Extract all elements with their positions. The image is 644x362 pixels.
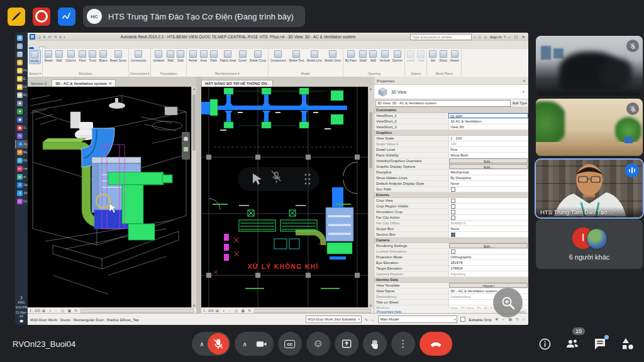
property-row[interactable]: Graphics bbox=[374, 130, 528, 136]
ribbon-button[interactable]: Wall bbox=[55, 50, 64, 63]
taskbar-item[interactable]: ⌕ bbox=[15, 42, 28, 50]
window-controls[interactable]: – ▢ ✕ bbox=[508, 35, 526, 40]
screen-share-stage[interactable]: ⊞ ⌕ ❐ ◍ ▤ F4.. ▤ E.. ▤ bbox=[15, 33, 528, 325]
property-row[interactable]: Visibility/Graphics Overrides Edit... bbox=[374, 158, 528, 164]
ribbon-button[interactable]: Model Line bbox=[306, 50, 323, 63]
raise-hand-button[interactable] bbox=[363, 332, 387, 356]
mic-options-chevron[interactable]: ∧ bbox=[197, 341, 206, 348]
help-search-input[interactable] bbox=[410, 34, 472, 40]
viewport-divider[interactable] bbox=[196, 77, 201, 313]
view-tab[interactable]: MẶT BẰNG BỐ TRÍ HỆ THỐNG ÔN.. bbox=[201, 80, 273, 87]
view-control-icons[interactable]: ▤ ◑ ☼ ◫ ▦ ↻ bbox=[42, 309, 79, 312]
selection-filter-icons[interactable]: ✚ ✓ ▦ ↻ ⌕ bbox=[495, 317, 526, 322]
sign-in-button[interactable]: Sign In bbox=[490, 35, 502, 39]
property-row[interactable]: Show Hidden Lines By Discipline bbox=[374, 175, 528, 181]
taskbar-item[interactable]: ◆ bbox=[15, 116, 28, 124]
taskbar-item[interactable]: ⊞ bbox=[15, 34, 28, 42]
property-row[interactable]: Camera bbox=[374, 238, 528, 243]
scrollbar-3d-view[interactable]: ▲▼ bbox=[191, 87, 196, 307]
taskbar-item[interactable]: a ar.. bbox=[15, 173, 28, 181]
property-row[interactable]: Scope Box None bbox=[374, 226, 528, 232]
taskbar-item[interactable]: G Gh.. bbox=[15, 156, 28, 165]
infocenter-icons[interactable]: ⌕ ✩ ☺ bbox=[474, 35, 488, 40]
close-view-icon[interactable]: ✕ bbox=[109, 81, 112, 85]
workset-icons[interactable]: ✎ ⌂ bbox=[365, 317, 375, 322]
ribbon-button[interactable]: Connection bbox=[130, 50, 147, 63]
ribbon-button[interactable]: Grid bbox=[416, 50, 425, 63]
ribbon-button[interactable]: Vertical bbox=[379, 50, 390, 63]
reactions-button[interactable]: ☺ bbox=[306, 332, 330, 356]
help-icon[interactable]: ? bbox=[504, 35, 506, 39]
property-row[interactable]: Rendering Settings Edit... bbox=[374, 243, 528, 249]
camera-on-button[interactable] bbox=[251, 333, 272, 354]
taskbar-item[interactable]: ▤ F4.. bbox=[15, 83, 28, 91]
property-row[interactable]: Target Elevation 178804 bbox=[374, 266, 528, 272]
info-button[interactable] bbox=[537, 336, 552, 351]
property-row[interactable]: ViewShort_3 View 3D bbox=[374, 124, 528, 130]
property-row[interactable]: Detail Level Fine bbox=[374, 147, 528, 153]
chat-button[interactable] bbox=[592, 336, 608, 351]
close-icon[interactable]: ✕ bbox=[523, 79, 526, 83]
taskbar-item[interactable]: ● bbox=[15, 107, 28, 116]
tray-chevron-icon[interactable]: ❯ bbox=[20, 295, 23, 299]
property-row[interactable]: Far Clip Offset 304800.0 bbox=[374, 221, 528, 226]
property-row[interactable]: Parts Visibility Show Both bbox=[374, 153, 528, 158]
ribbon-button[interactable]: Set bbox=[428, 50, 437, 63]
property-row[interactable]: Default Analysis Display Style None bbox=[374, 181, 528, 187]
ribbon-button[interactable]: Area bbox=[199, 50, 208, 63]
camera-options-chevron[interactable]: ∧ bbox=[240, 341, 250, 348]
ribbon-button[interactable]: Model Text bbox=[288, 50, 304, 63]
taskbar-item[interactable]: m me.. bbox=[15, 165, 28, 173]
recording-button[interactable] bbox=[33, 8, 50, 26]
ribbon-button[interactable]: Slab bbox=[176, 50, 185, 63]
annotate-button[interactable] bbox=[58, 8, 75, 26]
taskbar-item[interactable]: J JM.. bbox=[15, 189, 28, 197]
view-control-icons[interactable]: ▤ ◑ ☼ ◫ ▦ ↻ bbox=[216, 309, 252, 312]
horizontal-scrollbar[interactable] bbox=[254, 309, 371, 313]
supply-duct-assembly[interactable] bbox=[201, 88, 347, 131]
property-row[interactable]: Identity Data bbox=[374, 277, 528, 283]
view-scale[interactable]: 1 : 100 bbox=[203, 309, 214, 312]
participant-tile-2[interactable] bbox=[536, 99, 643, 156]
ribbon-button[interactable]: Cover bbox=[238, 50, 247, 63]
taskbar-item[interactable]: ▦ RC.. bbox=[15, 91, 28, 99]
view-control-bar-3d[interactable]: 1 : 100 ▤ ◑ ☼ ◫ ▦ ↻ bbox=[28, 307, 196, 313]
ribbon-button[interactable]: Wall bbox=[369, 50, 377, 63]
ribbon-button[interactable]: Floor bbox=[78, 50, 87, 63]
annotation-off-button[interactable] bbox=[8, 8, 25, 26]
view-scale[interactable]: 1 : 100 bbox=[30, 309, 40, 312]
participant-tile-speaker[interactable]: HTS Trung Tâm Đào Tạo ... bbox=[535, 158, 644, 219]
taskbar-item[interactable]: ◉ O.. bbox=[15, 124, 28, 132]
ribbon-button[interactable]: Isolated bbox=[152, 50, 165, 63]
ribbon-button[interactable]: Fabric Area bbox=[219, 50, 237, 63]
editable-only-checkbox[interactable] bbox=[460, 317, 465, 322]
tray-chat-icon[interactable]: 💬 bbox=[19, 319, 23, 323]
scrollbar-plan-view[interactable]: ▲▼ bbox=[368, 87, 373, 307]
view-control-bar-plan[interactable]: 1 : 100 ▤ ◑ ☼ ◫ ▦ ↻ bbox=[201, 307, 373, 313]
property-row[interactable]: Sun Path bbox=[374, 187, 528, 192]
quick-access-toolbar[interactable]: ❏ ✎ ↶ ↷ ≡ • bbox=[37, 35, 65, 39]
view-tab[interactable]: Section 3 bbox=[28, 80, 52, 87]
ribbon-button[interactable]: Rebar Coupler bbox=[249, 50, 267, 63]
property-row[interactable]: Scale Value 1: 100 bbox=[374, 141, 528, 147]
property-row[interactable]: Crop Region Visible bbox=[374, 204, 528, 209]
ribbon-button[interactable]: Shaft bbox=[358, 50, 367, 63]
more-options-button[interactable]: ⋮ bbox=[391, 332, 415, 356]
taskbar-item[interactable]: A Au.. bbox=[15, 140, 28, 148]
property-row[interactable]: View Scale 1 : 100 bbox=[374, 136, 528, 141]
ribbon-button[interactable]: Modify bbox=[29, 50, 41, 64]
taskbar-item[interactable]: ▤ F4.. bbox=[15, 67, 28, 75]
taskbar-item[interactable]: ◍ bbox=[15, 58, 28, 67]
present-button[interactable] bbox=[335, 332, 358, 356]
ribbon-button[interactable]: Viewer bbox=[449, 50, 460, 63]
taskbar-item[interactable]: U Us.. bbox=[15, 197, 28, 206]
end-call-button[interactable] bbox=[419, 332, 452, 356]
tray-language[interactable]: ENG bbox=[18, 300, 25, 304]
edit-type-button[interactable]: Edit Type bbox=[513, 101, 527, 105]
viewport-3d[interactable] bbox=[28, 87, 191, 307]
fcu-boxes[interactable] bbox=[239, 210, 317, 231]
property-row[interactable]: Locked Orientation bbox=[374, 249, 528, 255]
property-row[interactable]: Discipline Mechanical bbox=[374, 170, 528, 175]
property-row[interactable]: Section Box bbox=[374, 232, 528, 238]
ribbon-button[interactable]: Component bbox=[270, 50, 287, 63]
